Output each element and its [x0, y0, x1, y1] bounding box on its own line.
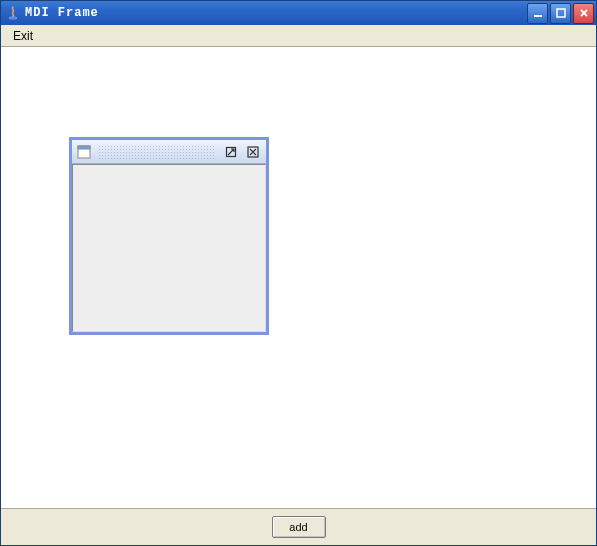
- desktop-pane[interactable]: [1, 47, 596, 509]
- svg-rect-4: [78, 146, 90, 149]
- minimize-button[interactable]: [527, 3, 548, 24]
- internal-frame-title-grip: [98, 145, 216, 159]
- internal-titlebar[interactable]: [72, 140, 266, 164]
- add-button[interactable]: add: [272, 516, 326, 538]
- svg-rect-2: [557, 9, 565, 17]
- main-window: MDI Frame Exit: [0, 0, 597, 546]
- window-control-buttons: [527, 3, 594, 24]
- internal-close-button[interactable]: [244, 143, 262, 161]
- titlebar[interactable]: MDI Frame: [1, 1, 596, 25]
- internal-frame-icon: [76, 144, 92, 160]
- java-icon: [5, 5, 21, 21]
- window-title: MDI Frame: [25, 6, 527, 20]
- close-button[interactable]: [573, 3, 594, 24]
- add-button-label: add: [289, 521, 307, 533]
- svg-point-0: [9, 17, 17, 19]
- internal-frame-content: [72, 164, 266, 332]
- svg-rect-1: [534, 15, 542, 17]
- menubar: Exit: [1, 25, 596, 47]
- bottom-bar: add: [1, 509, 596, 545]
- internal-frame[interactable]: [69, 137, 269, 335]
- menu-item-exit[interactable]: Exit: [7, 27, 39, 45]
- internal-maximize-button[interactable]: [222, 143, 240, 161]
- maximize-button[interactable]: [550, 3, 571, 24]
